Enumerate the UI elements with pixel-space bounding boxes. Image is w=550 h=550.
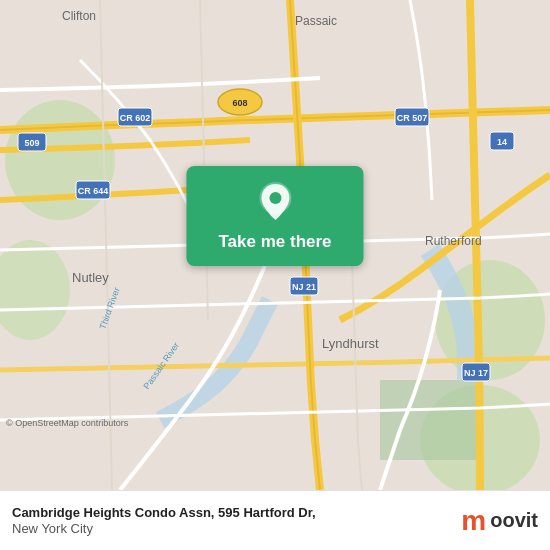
svg-text:CR 507: CR 507 xyxy=(397,113,428,123)
moovit-m-letter: m xyxy=(461,505,486,537)
svg-text:NJ 17: NJ 17 xyxy=(464,368,488,378)
moovit-logo: m oovit xyxy=(461,505,538,537)
info-title: Cambridge Heights Condo Assn, 595 Hartfo… xyxy=(12,505,461,522)
map-pin-icon xyxy=(253,180,297,224)
svg-text:CR 644: CR 644 xyxy=(78,186,109,196)
map-container: 509 CR 602 CR 644 608 CR 507 14 NJ 21 NJ… xyxy=(0,0,550,490)
svg-text:Clifton: Clifton xyxy=(62,9,96,23)
svg-text:Lyndhurst: Lyndhurst xyxy=(322,336,379,351)
svg-text:Nutley: Nutley xyxy=(72,270,109,285)
svg-text:NJ 21: NJ 21 xyxy=(292,282,316,292)
svg-point-30 xyxy=(269,192,281,204)
info-subtitle: New York City xyxy=(12,521,461,536)
cta-button-label: Take me there xyxy=(218,232,331,252)
info-text: Cambridge Heights Condo Assn, 595 Hartfo… xyxy=(12,505,461,537)
svg-text:608: 608 xyxy=(232,98,247,108)
svg-text:CR 602: CR 602 xyxy=(120,113,151,123)
svg-text:Passaic: Passaic xyxy=(295,14,337,28)
info-bar: Cambridge Heights Condo Assn, 595 Hartfo… xyxy=(0,490,550,550)
take-me-there-button[interactable]: Take me there xyxy=(186,166,363,266)
osm-credit: © OpenStreetMap contributors xyxy=(6,418,128,428)
svg-text:14: 14 xyxy=(497,137,507,147)
svg-text:Rutherford: Rutherford xyxy=(425,234,482,248)
svg-text:509: 509 xyxy=(24,138,39,148)
moovit-text: oovit xyxy=(490,509,538,532)
